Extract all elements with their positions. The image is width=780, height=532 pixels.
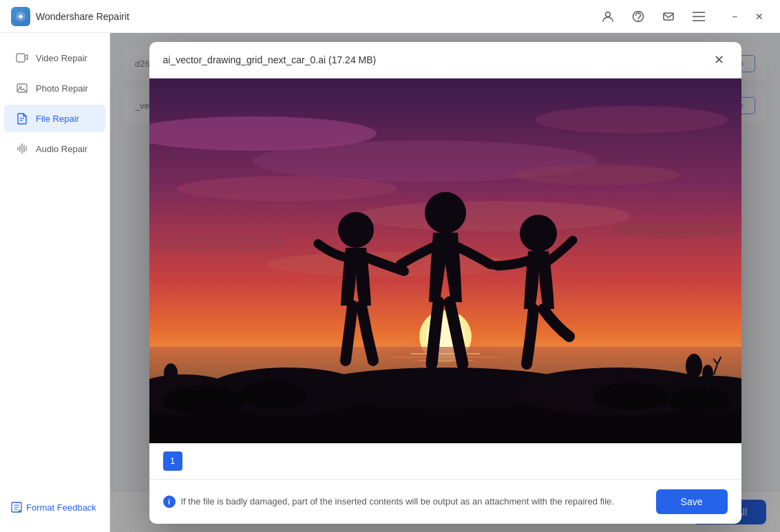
preview-modal: ai_vector_drawing_grid_next_car_0.ai (17… <box>149 42 741 524</box>
app-title: Wondershare Repairit <box>36 11 598 22</box>
sidebar-item-label-video: Video Repair <box>36 53 87 63</box>
window-controls: − ✕ <box>725 7 769 26</box>
titlebar-actions: − ✕ <box>598 7 769 26</box>
svg-point-45 <box>338 212 374 248</box>
modal-image-area <box>149 78 741 443</box>
modal-close-button[interactable]: ✕ <box>711 52 728 68</box>
svg-point-40 <box>686 354 702 379</box>
mail-button[interactable] <box>659 7 678 26</box>
modal-header: ai_vector_drawing_grid_next_car_0.ai (17… <box>149 42 741 78</box>
svg-rect-4 <box>664 13 673 20</box>
svg-rect-8 <box>17 54 25 62</box>
page-number-1[interactable]: 1 <box>163 451 182 471</box>
account-button[interactable] <box>598 7 618 26</box>
modal-pagination: 1 <box>149 443 741 479</box>
file-repair-icon <box>15 111 29 125</box>
app-logo <box>11 7 30 26</box>
svg-point-25 <box>611 222 735 238</box>
modal-footer: i If the file is badly damaged, part of … <box>149 479 741 524</box>
sidebar: Video Repair Photo Repair F <box>0 33 110 532</box>
svg-line-49 <box>490 265 497 266</box>
svg-point-1 <box>606 12 611 17</box>
close-button[interactable]: ✕ <box>750 7 769 26</box>
title-bar: Wondershare Repairit <box>0 0 780 33</box>
svg-point-47 <box>520 215 557 252</box>
video-repair-icon <box>15 51 29 65</box>
svg-point-3 <box>637 19 639 21</box>
minimize-button[interactable]: − <box>725 7 744 26</box>
svg-point-21 <box>177 176 397 201</box>
sidebar-item-label-audio: Audio Repair <box>36 144 87 154</box>
info-icon: i <box>163 496 176 508</box>
audio-repair-icon <box>15 142 29 156</box>
modal-title: ai_vector_drawing_grid_next_car_0.ai (17… <box>163 54 377 65</box>
main-content: d26830_lose_La Save _vector_drawing_ Sav… <box>110 33 780 532</box>
app-body: Video Repair Photo Repair F <box>0 33 780 532</box>
footer-info-text: If the file is badly damaged, part of th… <box>181 496 614 507</box>
svg-point-53 <box>669 388 731 413</box>
sidebar-item-audio-repair[interactable]: Audio Repair <box>4 135 105 162</box>
svg-point-22 <box>514 164 679 185</box>
menu-button[interactable] <box>689 7 708 26</box>
format-feedback-label: Format Feedback <box>26 502 96 513</box>
support-button[interactable] <box>629 7 648 26</box>
footer-info: i If the file is badly damaged, part of … <box>163 496 656 508</box>
format-feedback-link[interactable]: Format Feedback <box>11 502 98 513</box>
svg-point-52 <box>593 383 669 410</box>
svg-point-23 <box>356 201 631 231</box>
sidebar-item-video-repair[interactable]: Video Repair <box>4 44 105 72</box>
svg-point-10 <box>19 86 21 88</box>
modal-save-button[interactable]: Save <box>656 489 728 514</box>
sidebar-item-label-photo: Photo Repair <box>36 83 88 94</box>
svg-point-50 <box>163 385 246 416</box>
svg-point-42 <box>702 365 713 381</box>
svg-point-19 <box>535 106 728 134</box>
svg-point-46 <box>425 192 466 233</box>
sidebar-bottom: Format Feedback <box>0 493 109 521</box>
photo-repair-icon <box>15 81 29 95</box>
svg-point-24 <box>149 234 287 253</box>
svg-point-51 <box>239 381 308 409</box>
sidebar-item-photo-repair[interactable]: Photo Repair <box>4 74 105 102</box>
sidebar-item-label-file: File Repair <box>36 114 79 124</box>
sidebar-item-file-repair[interactable]: File Repair <box>4 105 105 132</box>
modal-overlay: ai_vector_drawing_grid_next_car_0.ai (17… <box>110 33 780 532</box>
svg-point-44 <box>164 363 178 383</box>
